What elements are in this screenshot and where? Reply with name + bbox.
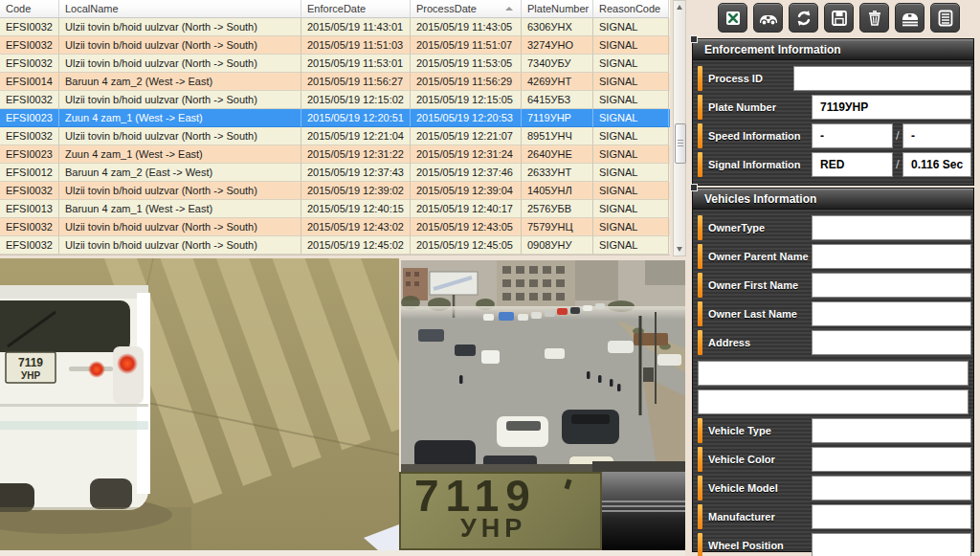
cell-process: 2015/05/19 12:21:07 <box>411 127 522 145</box>
list-view-button[interactable] <box>930 3 960 33</box>
column-header-label: ProcessDate <box>416 3 477 14</box>
table-scrollbar[interactable] <box>673 0 686 256</box>
cell-process: 2015/05/19 12:39:04 <box>411 182 522 200</box>
cell-code: EFSI0032 <box>0 18 59 36</box>
vehicle-search-button[interactable] <box>753 3 783 33</box>
accent-bar <box>698 66 702 91</box>
wheel-position-field[interactable] <box>812 533 971 556</box>
table-row[interactable]: EFSI0032Ulzii tovin b/hoid uulzvar (Nort… <box>0 182 670 200</box>
owner-first-field[interactable] <box>812 273 971 298</box>
cell-enforce: 2015/05/19 11:53:01 <box>301 55 411 73</box>
table-row[interactable]: EFSI0032Ulzii tovin b/hoid uulzvar (Nort… <box>0 18 670 36</box>
cell-process: 2015/05/19 11:53:05 <box>411 55 522 73</box>
cell-reason: SIGNAL <box>593 145 669 164</box>
cell-reason: SIGNAL <box>593 200 669 218</box>
van-license-plate: 7119 УНР <box>6 352 56 383</box>
cell-local: Ulzii tovin b/hoid uulzvar (North -> Sou… <box>59 36 301 55</box>
save-button[interactable] <box>824 3 854 33</box>
cell-code: EFSI0023 <box>0 109 59 127</box>
field-row-owner-last: Owner Last Name <box>693 300 973 328</box>
signal-field-2[interactable]: 0.116 Sec <box>902 152 971 177</box>
cell-plate: 1405УНЛ <box>522 182 593 200</box>
field-row-owner-parent: Owner Parent Name <box>693 242 973 271</box>
owner-type-field[interactable] <box>812 215 971 240</box>
owner-last-field[interactable] <box>812 301 971 326</box>
table-row[interactable]: EFSI0014Baruun 4 zam_2 (West -> East)201… <box>0 73 670 91</box>
address-field[interactable] <box>812 330 971 355</box>
scroll-down-button[interactable] <box>674 243 685 256</box>
sort-asc-icon <box>505 7 513 11</box>
table-row[interactable]: EFSI0032Ulzii tovin b/hoid uulzvar (Nort… <box>0 91 670 109</box>
signal-field-1[interactable]: RED <box>812 152 893 177</box>
speed-separator: / <box>896 122 900 150</box>
vehicle-model-field[interactable] <box>812 476 971 500</box>
vehicles-panel: Vehicles Information OwnerType Owner Par… <box>692 188 974 552</box>
table-body: EFSI0032Ulzii tovin b/hoid uulzvar (Nort… <box>0 18 670 255</box>
column-header-local[interactable]: LocalName <box>59 0 301 18</box>
bottom-margin <box>0 550 685 556</box>
refresh-button[interactable] <box>789 3 818 33</box>
owner-first-label: Owner First Name <box>708 271 798 300</box>
scrollbar-thumb[interactable] <box>675 123 686 164</box>
table-row[interactable]: EFSI0032Ulzii tovin b/hoid uulzvar (Nort… <box>0 127 670 145</box>
field-row-signal: Signal Information RED / 0.116 Sec <box>693 150 973 179</box>
cell-reason: SIGNAL <box>593 109 669 127</box>
field-row-owner-first: Owner First Name <box>693 271 973 300</box>
accent-bar <box>698 504 702 529</box>
evidence-photo-wide <box>401 260 685 472</box>
cell-plate: 6415УБЗ <box>522 91 593 109</box>
cell-enforce: 2015/05/19 12:37:43 <box>301 164 411 182</box>
cell-process: 2015/05/19 12:37:46 <box>411 164 522 182</box>
table-row[interactable]: EFSI0012Baruun 4 zam_2 (East -> West)201… <box>0 164 670 182</box>
accent-bar <box>698 273 702 298</box>
table-row[interactable]: EFSI0032Ulzii tovin b/hoid uulzvar (Nort… <box>0 36 670 55</box>
column-header-code[interactable]: Code <box>0 0 59 18</box>
svg-text:УНР: УНР <box>21 370 40 381</box>
cell-reason: SIGNAL <box>593 218 669 236</box>
cell-code: EFSI0032 <box>0 127 59 145</box>
table-row[interactable]: EFSI0013Baruun 4 zam_1 (West -> East)201… <box>0 200 670 218</box>
cell-local: Ulzii tovin b/hoid uulzvar (North -> Sou… <box>59 218 301 236</box>
scroll-up-button[interactable] <box>674 1 685 13</box>
cell-plate: 3274УНО <box>522 36 593 55</box>
cell-code: EFSI0023 <box>0 145 59 164</box>
cell-code: EFSI0032 <box>0 182 59 200</box>
vehicle-color-field[interactable] <box>812 447 971 472</box>
plate-search-button[interactable] <box>895 3 924 33</box>
process-id-label: Process ID <box>708 64 763 93</box>
plate-crop-image: 7119 УНР <box>399 472 602 550</box>
plate-number-field[interactable]: 7119УНР <box>812 95 971 120</box>
address-field-line3[interactable] <box>698 389 969 414</box>
table-row[interactable]: EFSI0032Ulzii tovin b/hoid uulzvar (Nort… <box>0 236 670 255</box>
speed-field-2[interactable]: - <box>902 123 971 148</box>
table-row[interactable]: EFSI0023Zuun 4 zam_1 (West -> East)2015/… <box>0 109 670 127</box>
panel-collapse-toggle[interactable] <box>690 35 698 43</box>
delete-button[interactable] <box>859 3 889 33</box>
table-row[interactable]: EFSI0032Ulzii tovin b/hoid uulzvar (Nort… <box>0 55 670 73</box>
enforcement-table: CodeLocalNameEnforceDateProcessDatePlate… <box>0 0 670 256</box>
manufacturer-field[interactable] <box>812 504 971 529</box>
table-row[interactable]: EFSI0032Ulzii tovin b/hoid uulzvar (Nort… <box>0 218 670 236</box>
panel-collapse-toggle[interactable] <box>690 184 698 191</box>
accent-bar <box>698 95 702 120</box>
table-row[interactable]: EFSI0023Zuun 4 zam_1 (West -> East)2015/… <box>0 145 670 164</box>
column-header-enforce[interactable]: EnforceDate <box>301 0 411 18</box>
owner-parent-field[interactable] <box>812 244 971 269</box>
address-field-line2[interactable] <box>698 361 969 386</box>
evidence-photo-closeup: 7119 УНР <box>0 258 399 550</box>
accent-bar <box>698 476 702 500</box>
cell-plate: 7119УНР <box>522 109 593 127</box>
enforcement-panel: Enforcement Information Process ID Plate… <box>692 38 974 186</box>
list-icon <box>936 9 955 28</box>
column-header-process[interactable]: ProcessDate <box>411 0 522 18</box>
column-header-plate[interactable]: PlateNumber <box>522 0 593 18</box>
vehicle-type-label: Vehicle Type <box>708 416 771 445</box>
vehicle-type-field[interactable] <box>812 418 971 443</box>
process-id-field[interactable] <box>793 66 971 91</box>
column-header-reason[interactable]: ReasonCode <box>593 0 669 18</box>
excel-export-icon <box>724 9 743 28</box>
signal-label: Signal Information <box>708 150 801 179</box>
excel-export-button[interactable] <box>718 3 747 33</box>
speed-field-1[interactable]: - <box>812 123 893 148</box>
accent-bar <box>698 123 702 148</box>
